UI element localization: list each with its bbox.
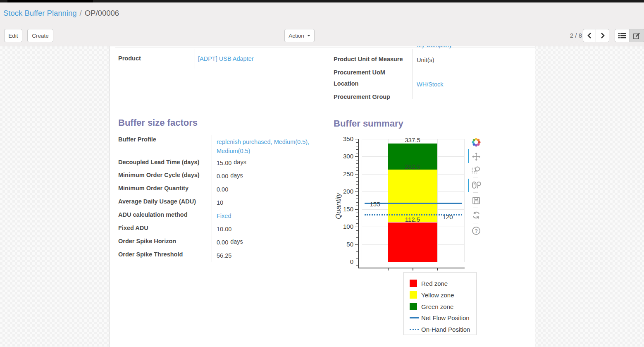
y-axis-minor-ticks [356, 139, 358, 268]
x-axis-tick [413, 268, 413, 270]
legend-item-red-zone[interactable]: Red zone [410, 279, 448, 287]
pan-icon[interactable] [472, 152, 481, 161]
group-separator [413, 49, 413, 99]
field-label-procurement-uom: Procurement UoM [334, 69, 385, 76]
field-value-spike-horizon: 0.00days [217, 239, 243, 246]
on-hand-label: 120 [435, 213, 460, 220]
form-view-button[interactable] [630, 29, 644, 42]
pager-previous-button[interactable] [583, 29, 596, 42]
reset-axes-icon[interactable] [472, 211, 481, 220]
red-swatch [410, 280, 417, 287]
y-axis-line [358, 139, 359, 268]
chevron-right-icon [600, 32, 605, 39]
field-label-spike-threshold: Order Spike Threshold [118, 251, 183, 258]
modebar-divider [473, 177, 478, 177]
dotted-line-swatch [410, 329, 419, 330]
legend-item-green-zone[interactable]: Green zone [410, 302, 453, 311]
form-edit-icon [633, 32, 640, 39]
section-title-buffer-size-factors: Buffer size factors [118, 117, 198, 128]
field-value-adu-method: Fixed [217, 213, 231, 219]
field-label-fixed-adu: Fixed ADU [118, 225, 148, 231]
adu-method-link[interactable]: Fixed [217, 213, 231, 219]
gridline [464, 139, 465, 262]
moc-number: 0.00 [217, 173, 228, 179]
field-label-adu-method: ADU calculation method [118, 211, 188, 218]
modebar-active-indicator [468, 179, 469, 192]
create-button[interactable]: Create [27, 29, 53, 42]
chart-legend: Red zone Yellow zone Green zone Net Flow… [403, 272, 477, 335]
x-axis-tick [437, 268, 438, 270]
x-axis-line [358, 268, 465, 268]
breadcrumb-current: OP/00006 [85, 9, 119, 17]
help-icon[interactable]: ? [472, 226, 481, 235]
field-label-dlt: Decoupled Lead Time (days) [118, 159, 199, 165]
yellow-swatch [410, 291, 417, 299]
legend-label: Net Flow Position [421, 314, 470, 321]
field-label-product-uom: Product Unit of Measure [334, 56, 403, 62]
modebar-divider [473, 223, 478, 223]
x-axis-tick [388, 268, 389, 270]
legend-item-net-flow[interactable]: Net Flow Position [410, 313, 470, 322]
field-value-spike-threshold: 56.25 [217, 252, 231, 259]
y-tick-label: 50 [334, 241, 353, 248]
svg-text:?: ? [475, 228, 478, 234]
list-view-button[interactable] [615, 29, 630, 42]
field-label-location: Location [334, 80, 358, 87]
modebar-divider [473, 192, 478, 193]
field-label-adu: Average Daily Usage (ADU) [118, 198, 196, 205]
save-icon[interactable] [472, 196, 481, 205]
location-link[interactable]: WH/Stock [417, 81, 443, 88]
red-top-label: 112.5 [388, 216, 437, 223]
field-value-product: [ADPT] USB Adapter [198, 55, 254, 62]
field-value-adu: 10 [217, 199, 223, 206]
field-label-spike-horizon: Order Spike Horizon [118, 238, 176, 244]
row-divider [115, 48, 535, 48]
field-label-min-order-qty: Minimum Order Quantity [118, 185, 188, 191]
field-value-fixed-adu: 10.00 [217, 226, 231, 232]
y-tick-label: 300 [334, 153, 353, 160]
field-label-product: Product [118, 55, 141, 62]
legend-item-yellow-zone[interactable]: Yellow zone [410, 291, 454, 299]
buffer-profile-link[interactable]: replenish purchased, Medium(0.5), Medium… [217, 139, 309, 154]
list-icon [618, 33, 626, 38]
pager-next-button[interactable] [596, 29, 609, 42]
pager-count: 2 / 8 [564, 32, 582, 39]
field-value-location: WH/Stock [417, 81, 443, 88]
section-title-buffer-summary: Buffer summary [334, 118, 403, 129]
chevron-left-icon [587, 32, 592, 39]
field-value-min-order-qty: 0.00 [217, 186, 228, 193]
pager-buttons [583, 29, 609, 42]
green-swatch [410, 303, 417, 310]
box-zoom-icon[interactable] [472, 165, 481, 175]
gridline [437, 139, 438, 262]
breadcrumb-parent-link[interactable]: Stock Buffer Planning [3, 9, 77, 17]
y-tick-label: 250 [334, 170, 353, 177]
gridline [362, 139, 362, 262]
legend-label: Red zone [421, 280, 448, 287]
buffer-summary-chart: 350 300 250 200 150 100 50 0 Quantity 33… [334, 134, 481, 339]
action-dropdown-button[interactable]: Action [284, 29, 315, 42]
edit-button[interactable]: Edit [4, 29, 22, 42]
solid-line-swatch [410, 317, 419, 318]
hover-mode-icon[interactable] [472, 181, 481, 190]
legend-item-on-hand[interactable]: On-Hand Position [410, 325, 470, 333]
view-background: My Company Product [ADPT] USB Adapter Pr… [0, 46, 644, 347]
modebar-divider [473, 208, 478, 208]
action-dropdown-label: Action [289, 33, 304, 39]
legend-label: Green zone [421, 303, 453, 310]
moc-unit: days [230, 172, 243, 179]
field-label-buffer-profile: Buffer Profile [118, 136, 156, 143]
company-field-clipped: My Company [417, 46, 466, 49]
company-value: My Company [417, 46, 452, 48]
modebar-active-indicator [468, 149, 469, 163]
field-label-procurement-group: Procurement Group [334, 93, 390, 100]
group-separator [195, 49, 195, 69]
spike-horizon-unit: days [230, 238, 243, 245]
field-value-min-order-cycle: 0.00days [217, 173, 243, 179]
field-label-min-order-cycle: Minimum Order Cycle (days) [118, 172, 200, 178]
product-link[interactable]: [ADPT] USB Adapter [198, 55, 254, 62]
red-zone-bar [388, 223, 437, 262]
bar-top-label: 337.5 [388, 136, 437, 144]
plotly-logo-icon[interactable] [472, 138, 481, 147]
breadcrumb: Stock Buffer Planning/OP/00006 [3, 9, 119, 18]
